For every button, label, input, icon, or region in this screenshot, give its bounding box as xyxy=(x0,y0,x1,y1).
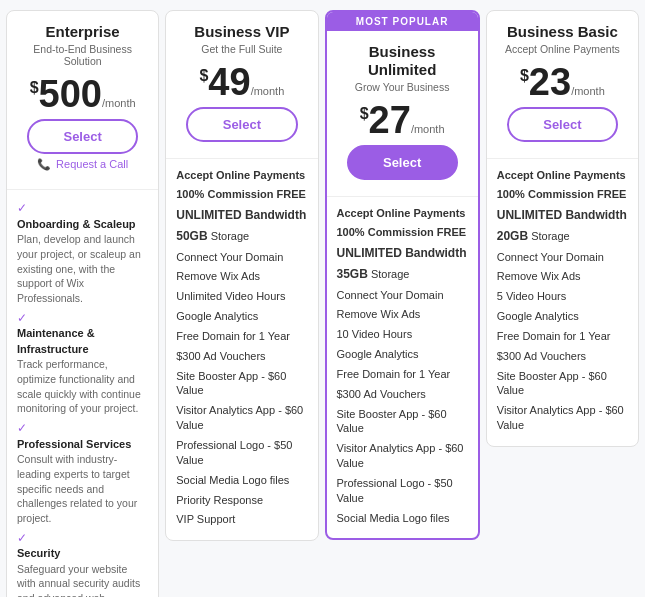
feature-free-domain-unlimited: Free Domain for 1 Year xyxy=(337,364,468,384)
feature-storage-vip: 50GB Storage xyxy=(176,226,307,247)
feature-visitor-analytics-unlimited: Visitor Analytics App - $60 Value xyxy=(337,439,468,474)
feature-professional-logo-vip: Professional Logo - $50 Value xyxy=(176,436,307,471)
plan-card-business-unlimited: MOST POPULAR Business Unlimited Grow You… xyxy=(325,10,480,540)
plan-name-business-vip: Business VIP xyxy=(176,23,307,41)
plan-subtitle-business-vip: Get the Full Suite xyxy=(176,43,307,55)
feature-social-media-vip: Social Media Logo files xyxy=(176,470,307,490)
feature-analytics-vip: Google Analytics xyxy=(176,307,307,327)
price-dollar-business-basic: $ xyxy=(520,67,529,85)
feature-ad-vouchers-vip: $300 Ad Vouchers xyxy=(176,346,307,366)
feature-analytics-unlimited: Google Analytics xyxy=(337,345,468,365)
price-dollar-business-vip: $ xyxy=(199,67,208,85)
select-button-business-vip[interactable]: Select xyxy=(186,107,297,142)
feature-site-booster-basic: Site Booster App - $60 Value xyxy=(497,366,628,401)
enterprise-feature-professional: ✓Professional Services Consult with indu… xyxy=(17,416,148,526)
feature-video-unlimited: 10 Video Hours xyxy=(337,325,468,345)
request-call-enterprise[interactable]: 📞 Request a Call xyxy=(17,158,148,171)
check-icon-professional: ✓ xyxy=(17,421,27,435)
plan-card-business-basic: Business Basic Accept Online Payments $ … xyxy=(486,10,639,447)
feature-storage-unlimited: 35GB Storage xyxy=(337,264,468,285)
feature-visitor-analytics-basic: Visitor Analytics App - $60 Value xyxy=(497,401,628,436)
feature-bandwidth-vip: UNLIMITED Bandwidth xyxy=(176,205,307,226)
feature-free-domain-vip: Free Domain for 1 Year xyxy=(176,326,307,346)
price-period-business-basic: /month xyxy=(571,85,605,97)
feature-domain-vip: Connect Your Domain xyxy=(176,247,307,267)
feature-site-booster-vip: Site Booster App - $60 Value xyxy=(176,366,307,401)
feature-analytics-basic: Google Analytics xyxy=(497,307,628,327)
feature-domain-unlimited: Connect Your Domain xyxy=(337,285,468,305)
feature-visitor-analytics-vip: Visitor Analytics App - $60 Value xyxy=(176,401,307,436)
feature-commission-vip: 100% Commission FREE xyxy=(176,185,307,205)
plan-price-business-unlimited: $ 27 /month xyxy=(337,101,468,139)
plan-header-business-unlimited: Business Unlimited Grow Your Business $ … xyxy=(327,31,478,190)
feature-priority-vip: Priority Response xyxy=(176,490,307,510)
feature-domain-basic: Connect Your Domain xyxy=(497,247,628,267)
select-button-business-basic[interactable]: Select xyxy=(507,107,618,142)
feature-video-vip: Unlimited Video Hours xyxy=(176,287,307,307)
plan-subtitle-business-basic: Accept Online Payments xyxy=(497,43,628,55)
plan-card-business-vip: Business VIP Get the Full Suite $ 49 /mo… xyxy=(165,10,318,541)
plan-header-business-basic: Business Basic Accept Online Payments $ … xyxy=(487,11,638,152)
most-popular-badge: MOST POPULAR xyxy=(327,12,478,31)
price-amount-enterprise: 500 xyxy=(39,75,102,113)
feature-ad-vouchers-unlimited: $300 Ad Vouchers xyxy=(337,384,468,404)
feature-remove-ads-unlimited: Remove Wix Ads xyxy=(337,305,468,325)
plan-price-business-vip: $ 49 /month xyxy=(176,63,307,101)
feature-commission-unlimited: 100% Commission FREE xyxy=(337,223,468,243)
price-period-business-unlimited: /month xyxy=(411,123,445,135)
enterprise-feature-onboarding: ✓Onboarding & Scaleup Plan, develop and … xyxy=(17,196,148,306)
feature-vip-support: VIP Support xyxy=(176,510,307,530)
check-icon-security: ✓ xyxy=(17,531,27,545)
plan-name-enterprise: Enterprise xyxy=(17,23,148,41)
price-period-enterprise: /month xyxy=(102,97,136,109)
select-button-enterprise[interactable]: Select xyxy=(27,119,138,154)
price-dollar-business-unlimited: $ xyxy=(360,105,369,123)
price-amount-business-unlimited: 27 xyxy=(369,101,411,139)
enterprise-features-list: ✓Onboarding & Scaleup Plan, develop and … xyxy=(7,190,158,597)
feature-remove-ads-basic: Remove Wix Ads xyxy=(497,267,628,287)
plan-header-business-vip: Business VIP Get the Full Suite $ 49 /mo… xyxy=(166,11,317,152)
enterprise-feature-maintenance: ✓Maintenance & Infrastructure Track perf… xyxy=(17,306,148,416)
enterprise-feature-security: ✓Security Safeguard your website with an… xyxy=(17,526,148,597)
feature-social-media-unlimited: Social Media Logo files xyxy=(337,508,468,528)
feature-bandwidth-unlimited: UNLIMITED Bandwidth xyxy=(337,243,468,264)
feature-ad-vouchers-basic: $300 Ad Vouchers xyxy=(497,346,628,366)
feature-accept-payments-vip: Accept Online Payments xyxy=(176,165,307,185)
price-period-business-vip: /month xyxy=(251,85,285,97)
plan-name-business-basic: Business Basic xyxy=(497,23,628,41)
price-amount-business-basic: 23 xyxy=(529,63,571,101)
feature-accept-payments-unlimited: Accept Online Payments xyxy=(337,203,468,223)
plan-header-enterprise: Enterprise End-to-End Business Solution … xyxy=(7,11,158,183)
select-button-business-unlimited[interactable]: Select xyxy=(347,145,458,180)
feature-video-basic: 5 Video Hours xyxy=(497,287,628,307)
price-amount-business-vip: 49 xyxy=(208,63,250,101)
plan-card-enterprise: Enterprise End-to-End Business Solution … xyxy=(6,10,159,597)
plan-subtitle-business-unlimited: Grow Your Business xyxy=(337,81,468,93)
feature-accept-payments-basic: Accept Online Payments xyxy=(497,165,628,185)
feature-remove-ads-vip: Remove Wix Ads xyxy=(176,267,307,287)
price-dollar-enterprise: $ xyxy=(30,79,39,97)
features-list-business-unlimited: Accept Online Payments 100% Commission F… xyxy=(327,197,478,528)
check-icon-onboarding: ✓ xyxy=(17,201,27,215)
feature-professional-logo-unlimited: Professional Logo - $50 Value xyxy=(337,474,468,509)
feature-commission-basic: 100% Commission FREE xyxy=(497,185,628,205)
pricing-container: Enterprise End-to-End Business Solution … xyxy=(0,0,645,597)
plan-price-enterprise: $ 500 /month xyxy=(17,75,148,113)
features-list-business-basic: Accept Online Payments 100% Commission F… xyxy=(487,159,638,436)
phone-icon: 📞 xyxy=(37,158,51,170)
feature-bandwidth-basic: UNLIMITED Bandwidth xyxy=(497,205,628,226)
feature-free-domain-basic: Free Domain for 1 Year xyxy=(497,326,628,346)
feature-storage-basic: 20GB Storage xyxy=(497,226,628,247)
plan-subtitle-enterprise: End-to-End Business Solution xyxy=(17,43,148,67)
feature-site-booster-unlimited: Site Booster App - $60 Value xyxy=(337,404,468,439)
check-icon-maintenance: ✓ xyxy=(17,311,27,325)
plan-name-business-unlimited: Business Unlimited xyxy=(337,43,468,79)
plan-price-business-basic: $ 23 /month xyxy=(497,63,628,101)
features-list-business-vip: Accept Online Payments 100% Commission F… xyxy=(166,159,317,530)
